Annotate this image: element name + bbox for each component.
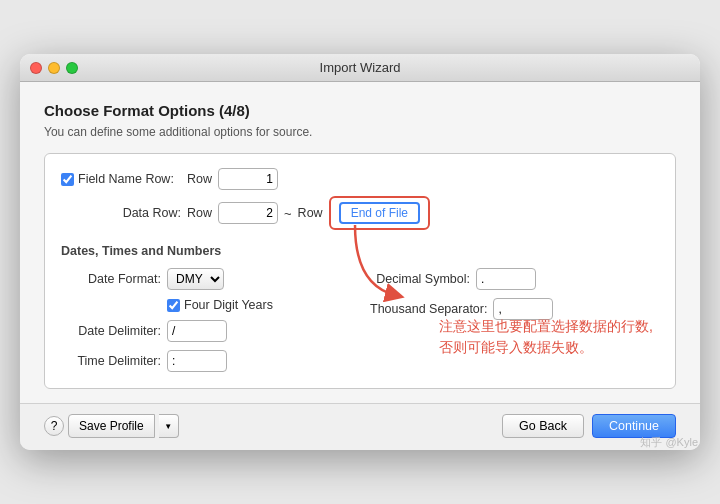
close-button[interactable]	[30, 62, 42, 74]
section-title: Choose Format Options (4/8)	[44, 102, 676, 119]
field-name-row-prefix: Row	[187, 172, 212, 186]
footer-left: ? Save Profile ▼	[44, 414, 179, 438]
options-area: Field Name Row: Row Data Row: Row ~ Row …	[44, 153, 676, 389]
date-format-label: Date Format:	[61, 272, 161, 286]
date-format-select[interactable]: DMY MDY YMD	[167, 268, 224, 290]
time-delimiter-row: Time Delimiter:	[61, 350, 360, 372]
decimal-symbol-input[interactable]	[476, 268, 536, 290]
four-digit-years-label: Four Digit Years	[184, 298, 273, 312]
save-profile-button[interactable]: Save Profile	[68, 414, 155, 438]
window-controls	[30, 62, 78, 74]
field-name-checkbox[interactable]	[61, 173, 74, 186]
dropdown-arrow-icon: ▼	[164, 422, 172, 431]
save-profile-dropdown[interactable]: ▼	[159, 414, 179, 438]
annotation-box: 注意这里也要配置选择数据的行数, 否则可能导入数据失败。	[439, 316, 659, 358]
tilde: ~	[284, 206, 292, 221]
data-row-prefix: Row	[187, 206, 212, 220]
annotation-line1: 注意这里也要配置选择数据的行数,	[439, 316, 659, 337]
maximize-button[interactable]	[66, 62, 78, 74]
date-delimiter-input[interactable]	[167, 320, 227, 342]
four-digit-years-checkbox[interactable]	[167, 299, 180, 312]
field-name-row: Field Name Row: Row	[61, 168, 659, 190]
import-wizard-window: Import Wizard Choose Format Options (4/8…	[20, 54, 700, 450]
arrow-annotation	[345, 215, 425, 308]
four-digit-row: Four Digit Years	[167, 298, 360, 312]
help-button[interactable]: ?	[44, 416, 64, 436]
watermark: 知乎 @Kyle	[640, 435, 698, 450]
field-name-checkbox-label[interactable]: Field Name Row:	[61, 172, 181, 186]
data-row-label: Data Row:	[61, 206, 181, 220]
field-name-row-input[interactable]	[218, 168, 278, 190]
arrow-svg	[345, 215, 425, 305]
time-delimiter-input[interactable]	[167, 350, 227, 372]
title-bar: Import Wizard	[20, 54, 700, 82]
footer: ? Save Profile ▼ Go Back Continue	[20, 403, 700, 450]
annotation-line2: 否则可能导入数据失败。	[439, 337, 659, 358]
date-delimiter-row: Date Delimiter:	[61, 320, 360, 342]
window-body: Choose Format Options (4/8) You can defi…	[20, 82, 700, 403]
data-row-input[interactable]	[218, 202, 278, 224]
go-back-button[interactable]: Go Back	[502, 414, 584, 438]
time-delimiter-label: Time Delimiter:	[61, 354, 161, 368]
row-label: Row	[298, 206, 323, 220]
minimize-button[interactable]	[48, 62, 60, 74]
section-subtitle: You can define some additional options f…	[44, 125, 676, 139]
dates-left: Date Format: DMY MDY YMD Four Digit Year…	[61, 268, 360, 372]
date-format-row: Date Format: DMY MDY YMD	[61, 268, 360, 290]
date-delimiter-label: Date Delimiter:	[61, 324, 161, 338]
window-title: Import Wizard	[320, 60, 401, 75]
